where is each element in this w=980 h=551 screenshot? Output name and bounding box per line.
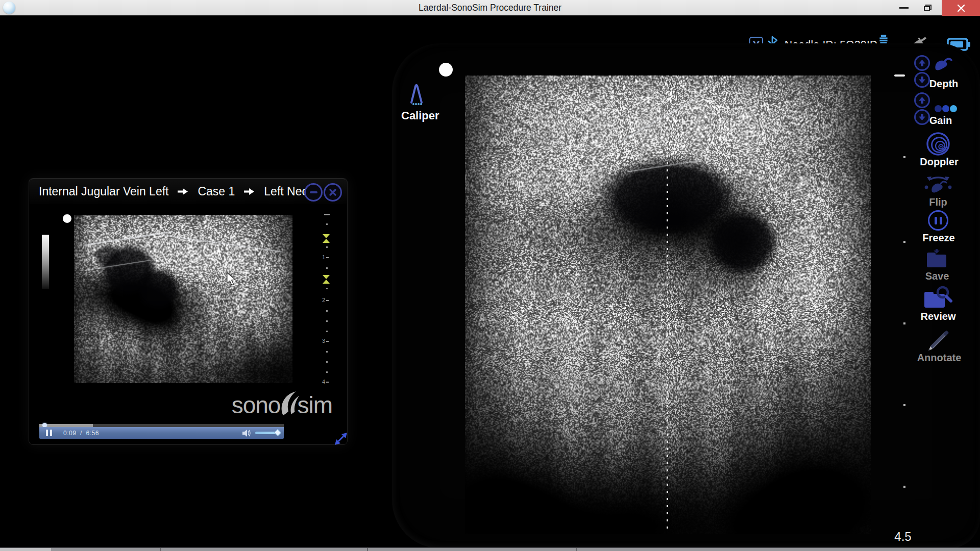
logo-text-left: sono — [232, 393, 281, 417]
volume-slider[interactable] — [255, 432, 279, 434]
ruler-tick — [326, 310, 328, 312]
ruler-cm-label: 2 — [322, 297, 329, 303]
ruler-cm-label: 4 — [322, 379, 329, 385]
status-bar: X Needle ID: 5Q39ID — [0, 16, 980, 41]
arrow-down-icon — [918, 113, 926, 121]
depth-value: 4.5 — [894, 530, 911, 544]
video-minimize-button[interactable] — [304, 183, 323, 202]
arrow-down-icon — [918, 76, 926, 84]
caliper-icon — [407, 82, 426, 106]
ruler-tick — [326, 351, 328, 353]
depth-scale-tick — [903, 404, 905, 406]
depth-up-button[interactable] — [914, 55, 930, 71]
logo-swoosh-icon — [278, 389, 300, 418]
depth-scale-tick — [903, 241, 905, 243]
save-folder-icon — [926, 249, 948, 269]
sonosim-logo: sono sim — [230, 389, 332, 421]
ruler-tick — [326, 361, 328, 363]
doppler-label: Doppler — [920, 156, 959, 168]
ruler-tick — [326, 320, 328, 322]
annotate-button[interactable]: Annotate — [926, 329, 951, 366]
arrow-up-icon — [918, 59, 926, 67]
depth-scale-tick — [903, 322, 905, 324]
gain-up-button[interactable] — [914, 92, 930, 108]
review-label: Review — [921, 311, 956, 322]
review-folder-search-icon — [924, 286, 952, 310]
app-window: Laerdal-SonoSim Procedure Trainer X Need… — [0, 0, 980, 551]
annotate-pencil-icon — [926, 329, 950, 352]
freeze-label: Freeze — [922, 232, 954, 244]
restore-icon — [924, 5, 932, 11]
review-button[interactable]: Review — [924, 286, 952, 327]
minimize-button[interactable] — [892, 0, 916, 16]
title-bar: Laerdal-SonoSim Procedure Trainer — [0, 0, 980, 16]
pause-button[interactable] — [46, 430, 52, 436]
video-control-bar: 0:09 / 6:56 — [39, 427, 284, 439]
save-button[interactable]: Save — [926, 249, 949, 288]
close-icon — [329, 188, 337, 196]
taskbar-edge — [0, 547, 980, 551]
flip-button[interactable]: Flip — [924, 173, 953, 213]
video-time: 0:09 / 6:56 — [63, 430, 99, 437]
caliper-label: Caliper — [401, 109, 432, 122]
flip-label: Flip — [929, 196, 947, 208]
save-label: Save — [925, 270, 949, 282]
ruler-cm-label: 3 — [322, 338, 329, 344]
breadcrumb-arrow-icon — [244, 188, 255, 195]
freeze-button[interactable]: Freeze — [928, 210, 949, 247]
ruler-tick — [326, 246, 328, 248]
focus-zone-marker-icon — [323, 234, 330, 243]
breadcrumb-case: Case 1 — [198, 185, 235, 198]
logo-text-right: sim — [297, 393, 332, 417]
close-button[interactable] — [942, 0, 980, 16]
taskbar-separator — [160, 548, 161, 551]
ruler-cm-label: 1 — [322, 254, 329, 260]
focus-zone-marker-icon — [323, 275, 330, 284]
depth-scale-tick — [903, 156, 905, 158]
scan-orientation-marker — [439, 63, 453, 77]
flip-icon — [924, 173, 952, 196]
gain-dot-icon — [950, 105, 957, 112]
video-window-header: Internal Jugular Vein Left Case 1 Left N… — [29, 179, 347, 204]
gain-label: Gain — [929, 115, 952, 127]
doppler-button[interactable]: Doppler — [925, 131, 953, 173]
gain-down-button[interactable] — [914, 109, 930, 125]
ultrasound-video-frame — [74, 215, 292, 383]
ruler-tick — [326, 223, 328, 225]
breadcrumb-arrow-icon — [178, 188, 188, 195]
ruler-tick — [324, 214, 330, 215]
video-close-button[interactable] — [324, 183, 342, 202]
doppler-icon — [925, 131, 953, 159]
depth-probe-icon — [934, 57, 953, 73]
taskbar-separator — [576, 548, 577, 551]
breadcrumb-topic: Internal Jugular Vein Left — [39, 185, 168, 198]
resize-handle-icon[interactable] — [334, 432, 348, 446]
taskbar-start-segment[interactable] — [0, 548, 51, 551]
depth-ruler: 1234 — [322, 212, 335, 392]
video-window: Internal Jugular Vein Left Case 1 Left N… — [29, 178, 348, 445]
gain-dot-icon — [942, 105, 949, 112]
ruler-tick — [326, 288, 328, 289]
freeze-pause-icon — [928, 210, 948, 231]
depth-label: Depth — [929, 78, 959, 90]
depth-scale-dash — [894, 74, 905, 77]
depth-down-button[interactable] — [914, 72, 930, 88]
taskbar-separator — [367, 548, 368, 551]
volume-thumb[interactable] — [274, 429, 281, 436]
restore-button[interactable] — [916, 0, 939, 16]
minus-icon — [310, 191, 317, 193]
mouse-cursor-icon — [226, 272, 236, 286]
volume-controls — [242, 429, 279, 437]
needle-guide-dotted-line — [667, 84, 668, 534]
grayscale-reference-bar — [42, 235, 49, 289]
speaker-icon[interactable] — [242, 429, 251, 437]
ruler-tick — [326, 267, 328, 269]
close-icon — [957, 4, 965, 12]
window-title: Laerdal-SonoSim Procedure Trainer — [0, 0, 980, 16]
ruler-tick — [326, 371, 328, 373]
depth-scale-tick — [903, 486, 905, 488]
arrow-up-icon — [918, 96, 926, 105]
ruler-tick — [326, 331, 328, 332]
caliper-button[interactable]: Caliper — [401, 82, 432, 123]
video-orientation-marker — [63, 214, 71, 223]
